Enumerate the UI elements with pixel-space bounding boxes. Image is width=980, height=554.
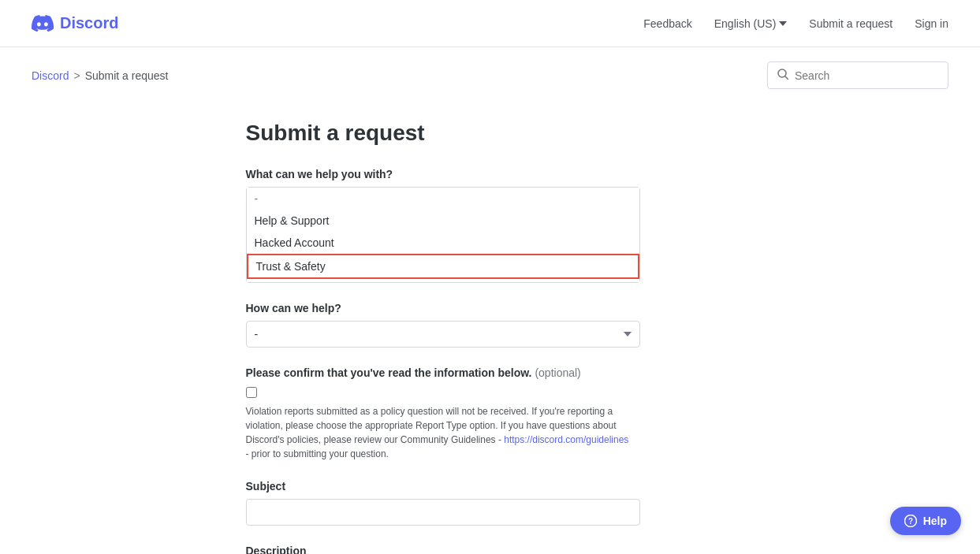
header: Discord Feedback English (US) Submit a r… bbox=[0, 0, 980, 47]
feedback-link[interactable]: Feedback bbox=[643, 17, 691, 30]
how-help-group: How can we help? - bbox=[246, 302, 735, 348]
page-title: Submit a request bbox=[246, 121, 735, 146]
logo-text: Discord bbox=[60, 14, 118, 32]
search-box bbox=[767, 61, 948, 89]
how-help-select[interactable]: - bbox=[246, 321, 640, 348]
breadcrumb-current: Submit a request bbox=[85, 69, 169, 82]
help-circle-icon: ? bbox=[904, 515, 917, 527]
help-button[interactable]: ? Help bbox=[890, 507, 961, 535]
help-category-listbox-container: - Help & Support Hacked Account Trust & … bbox=[246, 187, 640, 283]
confirm-label: Please confirm that you've read the info… bbox=[246, 366, 735, 379]
chevron-down-icon bbox=[779, 21, 787, 26]
guidelines-link[interactable]: https://discord.com/guidelines bbox=[504, 434, 628, 445]
how-help-label: How can we help? bbox=[246, 302, 735, 314]
info-text: Violation reports submitted as a policy … bbox=[246, 404, 632, 461]
listbox-option-help-support[interactable]: Help & Support bbox=[247, 210, 639, 232]
subject-input[interactable] bbox=[246, 499, 640, 526]
listbox-option-hacked-account[interactable]: Hacked Account bbox=[247, 232, 639, 254]
header-nav: Feedback English (US) Submit a request S… bbox=[643, 17, 948, 30]
confirm-checkbox-row bbox=[246, 385, 735, 398]
listbox-option-empty[interactable]: - bbox=[247, 188, 639, 210]
confirm-group: Please confirm that you've read the info… bbox=[246, 366, 735, 461]
search-icon bbox=[777, 69, 788, 82]
confirm-checkbox[interactable] bbox=[246, 387, 257, 398]
what-help-label: What can we help you with? bbox=[246, 168, 735, 180]
subject-group: Subject bbox=[246, 480, 735, 526]
description-label: Description bbox=[246, 545, 735, 554]
logo-link[interactable]: Discord bbox=[32, 14, 118, 32]
what-help-group: What can we help you with? - Help & Supp… bbox=[246, 168, 735, 283]
language-selector[interactable]: English (US) bbox=[714, 17, 788, 30]
language-label: English (US) bbox=[714, 17, 777, 30]
listbox-option-billing[interactable]: Billing bbox=[247, 279, 639, 282]
help-button-label: Help bbox=[923, 515, 947, 527]
svg-line-1 bbox=[785, 76, 788, 80]
breadcrumb-search-row: Discord > Submit a request bbox=[0, 47, 980, 97]
svg-text:?: ? bbox=[908, 517, 913, 526]
help-category-listbox[interactable]: - Help & Support Hacked Account Trust & … bbox=[247, 188, 639, 282]
sign-in-link[interactable]: Sign in bbox=[915, 17, 948, 30]
breadcrumb: Discord > Submit a request bbox=[32, 69, 169, 82]
confirm-optional: (optional) bbox=[535, 366, 580, 379]
description-group: Description bbox=[246, 545, 735, 554]
listbox-option-trust-safety[interactable]: Trust & Safety bbox=[247, 254, 639, 279]
breadcrumb-home[interactable]: Discord bbox=[32, 69, 69, 82]
breadcrumb-separator: > bbox=[73, 69, 80, 82]
discord-logo-icon bbox=[32, 15, 54, 32]
main-content: Submit a request What can we help you wi… bbox=[214, 97, 766, 554]
submit-request-link[interactable]: Submit a request bbox=[809, 17, 892, 30]
search-input[interactable] bbox=[795, 69, 938, 82]
subject-label: Subject bbox=[246, 480, 735, 493]
